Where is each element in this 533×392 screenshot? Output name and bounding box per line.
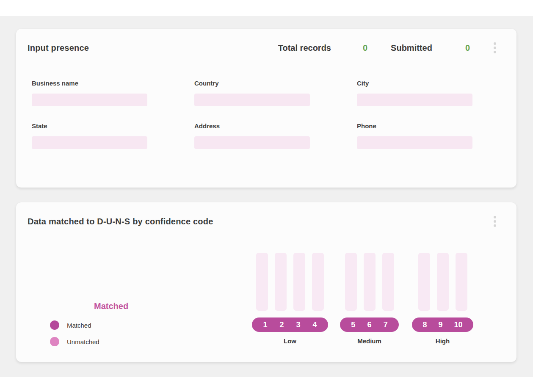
confidence-chart: Matched Matched Unmatched 1 2 3 bbox=[16, 229, 516, 356]
placeholder-bar bbox=[364, 253, 376, 311]
input-presence-card: Input presence Total records 0 Submitted… bbox=[16, 29, 516, 188]
code-label: 7 bbox=[384, 320, 388, 329]
legend-label: Unmatched bbox=[67, 338, 99, 345]
placeholder-bar bbox=[293, 253, 305, 311]
field-label: State bbox=[32, 122, 147, 130]
presence-bar-placeholder bbox=[357, 94, 472, 106]
field-city: City bbox=[357, 80, 472, 106]
input-presence-menu-button[interactable] bbox=[492, 41, 498, 55]
confidence-title: Data matched to D-U-N-S by confidence co… bbox=[28, 217, 213, 226]
field-label: Address bbox=[194, 122, 310, 130]
submitted-label: Submitted bbox=[391, 43, 432, 53]
confidence-code-card: Data matched to D-U-N-S by confidence co… bbox=[16, 202, 516, 362]
confidence-group-medium: 5 6 7 Medium bbox=[340, 253, 399, 345]
field-country: Country bbox=[194, 80, 310, 106]
placeholder-bar bbox=[256, 253, 268, 311]
kebab-icon bbox=[494, 42, 496, 45]
placeholder-bar bbox=[456, 253, 467, 311]
placeholder-bar bbox=[382, 253, 394, 311]
code-label: 9 bbox=[438, 320, 442, 329]
code-label: 2 bbox=[279, 320, 284, 329]
group-label-high: High bbox=[412, 337, 473, 345]
code-label: 5 bbox=[351, 320, 355, 329]
legend-item-matched[interactable]: Matched bbox=[50, 320, 99, 330]
confidence-group-high: 8 9 10 High bbox=[412, 253, 473, 345]
confidence-codes-pill-medium: 5 6 7 bbox=[340, 317, 399, 332]
code-label: 4 bbox=[312, 320, 317, 329]
field-address: Address bbox=[194, 122, 310, 149]
presence-bar-placeholder bbox=[194, 94, 310, 106]
total-records-value: 0 bbox=[363, 43, 367, 53]
code-label: 10 bbox=[454, 320, 462, 329]
field-label: Phone bbox=[357, 122, 472, 130]
group-label-medium: Medium bbox=[340, 337, 399, 345]
group-label-low: Low bbox=[252, 337, 328, 345]
confidence-codes-pill-low: 1 2 3 4 bbox=[252, 317, 328, 332]
submitted-value: 0 bbox=[465, 43, 470, 53]
presence-bar-placeholder bbox=[32, 136, 147, 149]
confidence-codes-pill-high: 8 9 10 bbox=[412, 317, 473, 332]
field-label: Business name bbox=[32, 80, 147, 87]
bar-stack bbox=[340, 253, 399, 311]
field-phone: Phone bbox=[357, 122, 472, 149]
field-label: Country bbox=[194, 80, 310, 87]
confidence-menu-button[interactable] bbox=[492, 214, 498, 229]
unmatched-swatch-icon bbox=[50, 337, 59, 346]
presence-bar-placeholder bbox=[194, 136, 310, 149]
placeholder-bar bbox=[312, 253, 324, 311]
legend-label: Matched bbox=[67, 322, 91, 329]
placeholder-bar bbox=[418, 253, 430, 311]
code-label: 3 bbox=[296, 320, 300, 329]
presence-bar-placeholder bbox=[32, 94, 147, 106]
kebab-icon bbox=[494, 216, 496, 218]
total-records-label: Total records bbox=[278, 43, 331, 53]
confidence-header: Data matched to D-U-N-S by confidence co… bbox=[16, 202, 516, 229]
input-presence-title: Input presence bbox=[28, 43, 89, 53]
input-presence-header: Input presence Total records 0 Submitted… bbox=[16, 29, 516, 55]
code-label: 8 bbox=[423, 320, 427, 329]
placeholder-bar bbox=[345, 253, 357, 311]
matched-swatch-icon bbox=[50, 320, 59, 330]
confidence-group-low: 1 2 3 4 Low bbox=[252, 253, 328, 345]
input-presence-stats: Total records 0 Submitted 0 bbox=[278, 41, 498, 55]
bar-stack bbox=[252, 253, 328, 311]
field-state: State bbox=[32, 122, 147, 149]
field-label: City bbox=[357, 80, 472, 87]
code-label: 1 bbox=[263, 320, 267, 329]
presence-bar-placeholder bbox=[357, 136, 472, 149]
placeholder-bar bbox=[437, 253, 449, 311]
chart-legend: Matched Unmatched bbox=[50, 320, 99, 353]
bar-stack bbox=[412, 253, 473, 311]
placeholder-bar bbox=[275, 253, 287, 311]
code-label: 6 bbox=[367, 320, 371, 329]
legend-item-unmatched[interactable]: Unmatched bbox=[50, 337, 99, 346]
input-presence-fields: Business name Country City State Address… bbox=[16, 80, 516, 149]
field-business-name: Business name bbox=[32, 80, 147, 106]
chart-series-heading: Matched bbox=[94, 301, 128, 311]
